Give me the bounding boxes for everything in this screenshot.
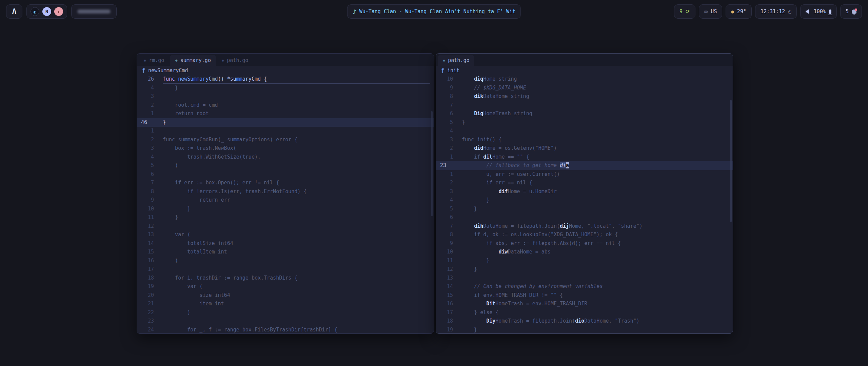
notifications-widget[interactable]: 5 — [840, 4, 862, 19]
line-number: 2 — [137, 136, 154, 144]
code-line[interactable]: 3 box := trash.NewBox( — [137, 144, 434, 153]
code-line[interactable]: 19 } — [436, 326, 733, 334]
sticky-context-line[interactable]: 26func newSummaryCmd() *summaryCmd { — [137, 75, 434, 84]
line-number: 6 — [436, 213, 453, 222]
code-line[interactable]: 46} — [137, 118, 434, 127]
code-line[interactable]: 2 didHome = os.Getenv("HOME") — [436, 144, 733, 153]
code-line[interactable]: 4 } — [436, 196, 733, 205]
code-line[interactable]: 9 // $XDG_DATA_HOME — [436, 84, 733, 93]
code-line[interactable]: 8 if d, ok := os.LookupEnv("XDG_DATA_HOM… — [436, 230, 733, 239]
code-line[interactable]: 2func summaryCmdRun(_ summaryOptions) er… — [137, 136, 434, 144]
code-line[interactable]: 6 DigHomeTrash string — [436, 109, 733, 118]
code-line[interactable]: 23 — [137, 317, 434, 326]
line-number: 9 — [137, 196, 154, 205]
code-line[interactable]: 10 diqHome string — [436, 75, 733, 84]
code-line[interactable]: 3 — [137, 92, 434, 101]
code-line[interactable]: 13 — [436, 274, 733, 283]
code-line[interactable]: 17 — [137, 265, 434, 274]
code-line[interactable]: 15 totalItem int — [137, 248, 434, 257]
workspace-1-indicator[interactable]: ◐ — [31, 7, 39, 16]
code-line[interactable]: 3func init() { — [436, 136, 733, 144]
breadcrumb: ƒ init — [436, 66, 733, 75]
microphone-icon — [829, 9, 831, 14]
line-text — [453, 127, 462, 136]
line-number: 19 — [436, 326, 453, 334]
code-line[interactable]: 2 if err == nil { — [436, 179, 733, 187]
line-text — [154, 92, 163, 101]
code-line[interactable]: 1 return root — [137, 109, 434, 118]
code-line[interactable]: 18 for i, trashDir := range box.TrashDir… — [137, 274, 434, 283]
media-player-widget[interactable]: ♪ Wu-Tang Clan - Wu-Tang Clan Ain't Nuth… — [347, 4, 521, 19]
redacted-text — [77, 9, 111, 14]
code-line[interactable]: 16 DitHomeTrash = env.HOME_TRASH_DIR — [436, 300, 733, 308]
clock-value: 12:31:12 — [761, 8, 785, 15]
code-line[interactable]: 2 root.cmd = cmd — [137, 101, 434, 110]
go-file-icon: ◈ — [222, 58, 224, 63]
code-line[interactable]: 13 var ( — [137, 230, 434, 239]
line-number: 5 — [137, 161, 154, 170]
workspace-3-indicator[interactable]: ✦ — [54, 7, 63, 16]
line-number: 24 — [137, 326, 154, 334]
scrollbar[interactable] — [431, 111, 433, 216]
code-line[interactable]: 11 } — [436, 257, 733, 265]
code-line[interactable]: 8 if !errors.Is(err, trash.ErrNotFound) … — [137, 187, 434, 196]
launcher-button[interactable]: Λ — [6, 4, 22, 19]
code-line[interactable]: 11 } — [137, 213, 434, 222]
clock-icon: ◷ — [788, 8, 791, 15]
workspace-2-indicator[interactable]: N — [42, 7, 51, 16]
code-line[interactable]: 5} — [436, 118, 733, 127]
code-line[interactable]: 14 totalSize int64 — [137, 239, 434, 248]
line-text: dihDataHome = filepath.Join(dijHome, ".l… — [453, 222, 643, 231]
line-number: 18 — [436, 317, 453, 326]
code-line[interactable]: 1 if dilHome == "" { — [436, 153, 733, 162]
code-line[interactable]: 7 — [436, 101, 733, 110]
redacted-widget[interactable] — [71, 4, 117, 19]
line-text: if env.HOME_TRASH_DIR != "" { — [453, 291, 563, 300]
top-bar: Λ ◐N✦ ♪ Wu-Tang Clan - Wu-Tang Clan Ain'… — [6, 4, 862, 19]
code-line[interactable]: 9 return err — [137, 196, 434, 205]
code-line[interactable]: 16 ) — [137, 257, 434, 265]
code-line[interactable]: 1 u, err := user.Current() — [436, 170, 733, 179]
code-line[interactable]: 1 — [137, 127, 434, 136]
code-line[interactable]: 24 for _, f := range box.FilesByTrashDir… — [137, 326, 434, 334]
code-line[interactable]: 15 if env.HOME_TRASH_DIR != "" { — [436, 291, 733, 300]
code-line[interactable]: 23 // fallback to get home dia — [436, 161, 733, 170]
code-line[interactable]: 4 } — [137, 84, 434, 93]
code-line[interactable]: 8 dikDataHome string — [436, 92, 733, 101]
code-line[interactable]: 18 DiyHomeTrash = filepath.Join(dioDataH… — [436, 317, 733, 326]
line-text: diwDataHome = abs — [453, 248, 551, 257]
code-line[interactable]: 20 size int64 — [137, 291, 434, 300]
volume-widget[interactable]: 100% — [800, 4, 837, 19]
tab-path.go[interactable]: ◈path.go — [217, 55, 253, 66]
code-line[interactable]: 5 } — [436, 205, 733, 214]
weather-widget[interactable]: ● 29° — [726, 4, 752, 19]
editor-left: ◈rm.go◈summary.go◈path.go ƒ newSummaryCm… — [137, 53, 434, 334]
launcher-icon: Λ — [12, 7, 17, 16]
code-line[interactable]: 6 — [137, 170, 434, 179]
code-line[interactable]: 9 if abs, err := filepath.Abs(d); err ==… — [436, 239, 733, 248]
code-line[interactable]: 7 dihDataHome = filepath.Join(dijHome, "… — [436, 222, 733, 231]
code-line[interactable]: 12 — [137, 222, 434, 231]
code-line[interactable]: 19 var ( — [137, 282, 434, 291]
code-line[interactable]: 22 ) — [137, 308, 434, 317]
scrollbar[interactable] — [730, 100, 732, 222]
keyboard-layout-widget[interactable]: ⌨ US — [699, 4, 723, 19]
tab-rm.go[interactable]: ◈rm.go — [139, 55, 169, 66]
code-line[interactable]: 14 // Can be changed by environment vari… — [436, 282, 733, 291]
code-line[interactable]: 4 trash.WithGetSize(true), — [137, 153, 434, 162]
line-number: 3 — [137, 92, 154, 101]
tab-path.go[interactable]: ◈path.go — [438, 55, 474, 66]
clock-widget[interactable]: 12:31:12 ◷ — [755, 4, 797, 19]
code-line[interactable]: 3 difHome = u.HomeDir — [436, 187, 733, 196]
code-line[interactable]: 10 diwDataHome = abs — [436, 248, 733, 257]
tab-summary.go[interactable]: ◈summary.go — [170, 55, 216, 66]
code-line[interactable]: 6 — [436, 213, 733, 222]
code-line[interactable]: 17 } else { — [436, 308, 733, 317]
code-line[interactable]: 21 item int — [137, 300, 434, 308]
code-line[interactable]: 5 ) — [137, 161, 434, 170]
code-line[interactable]: 7 if err := box.Open(); err != nil { — [137, 179, 434, 187]
code-line[interactable]: 4 — [436, 127, 733, 136]
updates-widget[interactable]: 9 ⟳ — [674, 4, 695, 19]
code-line[interactable]: 12 } — [436, 265, 733, 274]
code-line[interactable]: 10 } — [137, 205, 434, 214]
